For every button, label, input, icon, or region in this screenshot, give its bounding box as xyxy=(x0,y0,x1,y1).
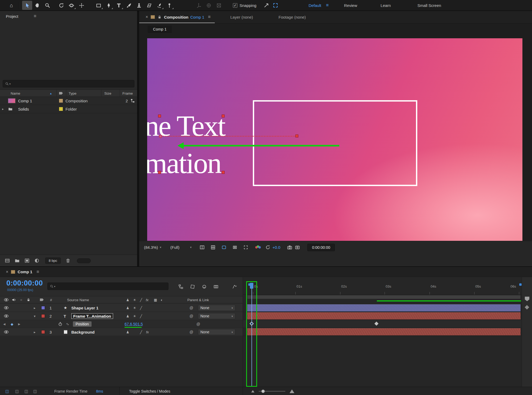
selection-handle[interactable] xyxy=(158,115,161,117)
parent-link-column[interactable]: Parent & Link xyxy=(187,298,209,302)
folder-color-chip[interactable] xyxy=(59,107,63,111)
layer-visibility-toggle[interactable] xyxy=(4,314,9,318)
expand-in-out-button[interactable]: ◫ xyxy=(24,389,28,394)
parent-pick-whip-icon[interactable]: @ xyxy=(189,330,193,334)
workspace-menu-icon[interactable]: ≡ xyxy=(326,3,329,8)
type-tool[interactable] xyxy=(114,1,124,10)
panel-resize-pill[interactable] xyxy=(77,258,91,263)
comp-marker-icon[interactable] xyxy=(525,305,529,310)
column-type[interactable]: Type xyxy=(69,91,76,95)
resolution-dropdown[interactable]: (Full) ▾ xyxy=(170,245,192,250)
view-layout-button[interactable] xyxy=(200,245,205,250)
zoom-out-mountain-icon[interactable] xyxy=(251,390,254,393)
new-composition-button[interactable] xyxy=(24,258,30,263)
layer-bar-text[interactable] xyxy=(247,312,521,320)
project-search[interactable]: ▾ xyxy=(3,80,134,87)
layer-row-text[interactable]: ▾ 2 T Frame T...Animation ♟ ☀ ╱ @ None ▾ xyxy=(0,312,243,320)
snap-options-button[interactable] xyxy=(261,1,271,10)
tab-footage[interactable]: Footage (none) xyxy=(279,15,306,19)
workspace-learn[interactable]: Learn xyxy=(381,3,391,8)
project-panel-menu-icon[interactable]: ≡ xyxy=(34,14,36,19)
zoom-tool[interactable] xyxy=(42,1,52,10)
workspace-small-screen[interactable]: Small Screen xyxy=(417,3,441,8)
next-keyframe-button[interactable]: ▶ xyxy=(18,322,20,326)
project-settings-button[interactable] xyxy=(34,258,39,263)
guides-button[interactable] xyxy=(232,245,237,250)
property-value[interactable]: 67.6,501.5 xyxy=(125,322,143,326)
graph-editor-button[interactable] xyxy=(230,283,238,290)
roto-brush-tool[interactable] xyxy=(154,1,164,10)
expand-icon[interactable]: ▸ xyxy=(2,107,4,111)
frame-blending-button[interactable] xyxy=(212,283,220,290)
rotate-tool[interactable] xyxy=(56,1,66,10)
layer-color-chip[interactable] xyxy=(41,314,45,318)
toggle-switches-modes-button[interactable]: Toggle Switches / Modes xyxy=(129,389,170,393)
workspace-review[interactable]: Review xyxy=(344,3,357,8)
timeline-panel-menu-icon[interactable]: ≡ xyxy=(36,269,39,275)
layer-name[interactable]: Background xyxy=(71,330,95,334)
anchor-point[interactable] xyxy=(159,135,162,138)
collapse-switch[interactable]: ☀ xyxy=(133,314,136,318)
new-folder-button[interactable] xyxy=(15,258,20,263)
brush-tool[interactable] xyxy=(124,1,134,10)
eraser-tool[interactable] xyxy=(144,1,154,10)
quality-switch[interactable]: ╱ xyxy=(140,330,142,334)
collapse-switch[interactable]: ☀ xyxy=(133,306,136,310)
expand-time-stretch-button[interactable]: ◫ xyxy=(33,389,37,394)
pen-tool[interactable] xyxy=(104,1,114,10)
tab-composition[interactable]: × Composition Comp 1 ≡ xyxy=(139,11,215,23)
magnification-dropdown[interactable]: (84.3%) ▾ xyxy=(144,245,161,250)
timeline-search[interactable]: ▾ xyxy=(47,283,168,290)
camera-tool[interactable] xyxy=(66,1,76,10)
sort-ascending-icon[interactable]: ▲ xyxy=(50,92,52,95)
puppet-pin-tool[interactable] xyxy=(164,1,174,10)
parent-pick-whip-icon[interactable]: @ xyxy=(189,314,193,318)
effects-switch[interactable]: fx xyxy=(146,330,149,334)
selection-tool[interactable] xyxy=(22,1,32,10)
work-area-bar[interactable] xyxy=(247,295,521,299)
parent-dropdown[interactable]: None ▾ xyxy=(198,313,235,319)
current-timecode[interactable]: 0:00:00:00 xyxy=(6,279,43,287)
take-snapshot-button[interactable] xyxy=(287,245,292,250)
quality-switch[interactable]: ╱ xyxy=(140,314,142,318)
item-name[interactable]: Comp 1 xyxy=(18,99,32,103)
color-depth-button[interactable]: 8 bpc xyxy=(45,258,61,264)
expand-layer-icon[interactable]: ▸ xyxy=(34,306,36,310)
item-name[interactable]: Solids xyxy=(18,107,29,111)
motion-path-end-keyframe[interactable] xyxy=(295,135,298,137)
show-channel-button[interactable] xyxy=(255,245,261,250)
transparency-grid-button[interactable] xyxy=(211,245,216,250)
interpret-footage-button[interactable] xyxy=(5,258,10,263)
keyframe-at-current-time-button[interactable]: ◆ xyxy=(11,322,13,326)
property-graph-icon[interactable]: ∿ xyxy=(66,322,69,326)
layer-row-background[interactable]: ▸ 3 Background ♟ ╱ fx @ None ▾ xyxy=(0,328,243,336)
pan-behind-tool[interactable] xyxy=(76,1,86,10)
region-of-interest-button[interactable] xyxy=(243,245,248,250)
reset-exposure-button[interactable] xyxy=(265,245,270,250)
property-label[interactable]: Position xyxy=(73,321,92,327)
home-button[interactable]: ⌂ xyxy=(6,1,17,10)
hand-tool[interactable] xyxy=(32,1,42,10)
column-name[interactable]: Name xyxy=(11,91,20,95)
hide-shy-layers-button[interactable] xyxy=(200,283,208,290)
composition-canvas[interactable]: ne Text mation xyxy=(147,38,522,249)
quality-switch[interactable]: ╱ xyxy=(140,306,142,310)
snapping-checkbox[interactable]: ✓ xyxy=(233,3,237,8)
expand-transfer-controls-button[interactable]: ◫ xyxy=(15,389,19,394)
layer-color-chip[interactable] xyxy=(41,330,45,334)
show-snapshot-button[interactable] xyxy=(295,245,300,250)
timeline-zoom-knob[interactable] xyxy=(261,390,265,393)
comp-marker-bin-icon[interactable] xyxy=(525,297,529,301)
close-tab-icon[interactable]: × xyxy=(6,270,8,274)
composition-viewer-tab[interactable]: Comp 1 xyxy=(148,26,172,33)
tab-layer[interactable]: Layer (none) xyxy=(230,15,253,19)
shape-layer-rectangle[interactable] xyxy=(253,100,417,186)
expand-layer-icon[interactable]: ▸ xyxy=(34,330,36,334)
close-tab-icon[interactable]: × xyxy=(146,15,148,19)
parent-dropdown[interactable]: None ▾ xyxy=(198,305,235,311)
project-row-solids[interactable]: ▸ Solids Folder xyxy=(0,105,137,113)
selection-handle[interactable] xyxy=(222,171,225,174)
previous-keyframe-button[interactable]: ◀ xyxy=(3,322,5,326)
layer-number-column[interactable]: # xyxy=(50,298,52,302)
rectangle-tool[interactable] xyxy=(93,1,104,10)
